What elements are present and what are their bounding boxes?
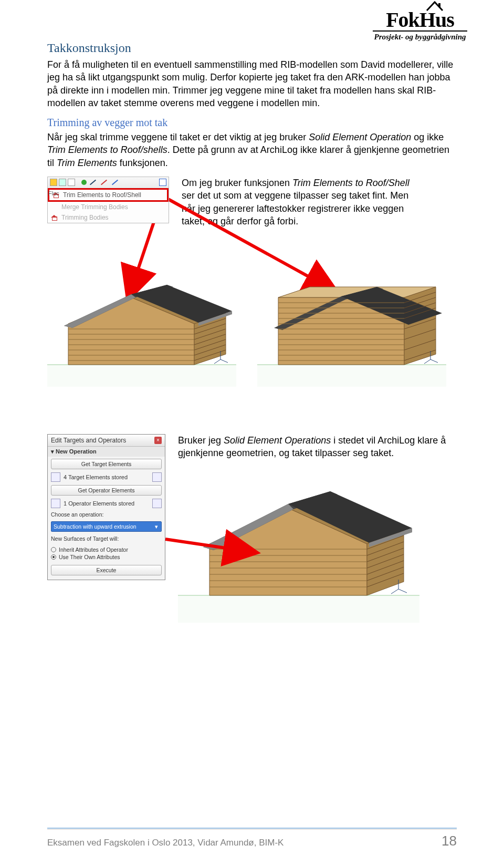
target-icon bbox=[51, 472, 60, 482]
heading-trimming: Trimming av vegger mot tak bbox=[47, 117, 457, 129]
merge-icon bbox=[51, 203, 58, 211]
close-icon[interactable]: × bbox=[154, 437, 162, 444]
house-render-solid-op bbox=[178, 470, 419, 623]
para-side-1: Om jeg bruker funksjonen Trim Elements t… bbox=[182, 177, 423, 228]
menu-item-label: Trimming Bodies bbox=[61, 214, 109, 221]
page-footer: Eksamen ved Fagskolen i Oslo 2013, Vidar… bbox=[47, 828, 457, 849]
svg-line-21 bbox=[214, 359, 220, 364]
svg-line-65 bbox=[398, 589, 407, 593]
figure-group-1: Trim Elements to Roof/Shell Merge Trimmi… bbox=[47, 177, 457, 397]
target-status-row: 4 Target Elements stored bbox=[48, 471, 165, 483]
dialog-title-text: Edit Targets and Operators bbox=[51, 437, 126, 444]
para-takkonstruksjon: For å få muligheten til en eventuell sam… bbox=[47, 58, 457, 109]
house-render-untrimmed bbox=[257, 266, 446, 387]
house-roof-icon bbox=[426, 0, 444, 12]
menu-item-label: Trim Elements to Roof/Shell bbox=[63, 191, 141, 199]
footer-text: Eksamen ved Fagskolen i Oslo 2013, Vidar… bbox=[47, 838, 284, 848]
svg-rect-3 bbox=[47, 365, 236, 387]
operator-status-row: 1 Operator Elements stored bbox=[48, 498, 165, 509]
menu-item-merge-bodies[interactable]: Merge Trimming Bodies bbox=[48, 202, 169, 212]
svg-line-46 bbox=[424, 359, 430, 364]
menu-item-trimming-bodies[interactable]: Trimming Bodies bbox=[48, 212, 169, 223]
get-operator-button[interactable]: Get Operator Elements bbox=[51, 485, 162, 496]
para-trimming: Når jeg skal trimme veggene til taket er… bbox=[47, 131, 457, 169]
operation-select[interactable]: Subtraction with upward extrusion bbox=[51, 521, 162, 532]
menu-toolbar bbox=[48, 177, 169, 188]
menu-item-trim-to-roof[interactable]: Trim Elements to Roof/Shell bbox=[48, 188, 169, 202]
choose-operation-label: Choose an operation: bbox=[48, 509, 165, 520]
solid-operations-dialog: Edit Targets and Operators × ▾ New Opera… bbox=[47, 434, 165, 580]
radio-own[interactable]: Use Their Own Attributes bbox=[51, 553, 162, 561]
brand-logo: FokHus Prosjekt- og byggrådgivning bbox=[373, 9, 467, 42]
surfaces-label: New Surfaces of Target will: bbox=[48, 533, 165, 544]
operation-selected-text: Subtraction with upward extrusion bbox=[54, 523, 136, 530]
radio-inherit[interactable]: Inherit Attributes of Operator bbox=[51, 546, 162, 553]
svg-rect-48 bbox=[178, 595, 419, 623]
operator-status-text: 1 Operator Elements stored bbox=[64, 500, 149, 507]
dialog-titlebar: Edit Targets and Operators × bbox=[48, 435, 165, 447]
svg-line-20 bbox=[220, 359, 228, 363]
logo-subtitle: Prosjekt- og byggrådgivning bbox=[373, 30, 467, 42]
logo-text: FokHus bbox=[386, 8, 454, 32]
page-number: 18 bbox=[442, 833, 457, 849]
heading-takkonstruksjon: Takkonstruksjon bbox=[47, 41, 457, 55]
menu-item-label: Merge Trimming Bodies bbox=[61, 203, 128, 211]
house-render-trimmed bbox=[47, 266, 236, 387]
svg-line-45 bbox=[430, 359, 438, 363]
roof-icon bbox=[51, 214, 58, 221]
operator-icon bbox=[51, 499, 60, 508]
para-side-2: Bruker jeg Solid Element Operations i st… bbox=[178, 434, 457, 460]
dialog-section-new-operation: ▾ New Operation bbox=[48, 447, 165, 457]
get-target-button[interactable]: Get Target Elements bbox=[51, 459, 162, 469]
floor-label: Floc bbox=[48, 190, 59, 197]
store-icon[interactable] bbox=[152, 472, 162, 482]
target-status-text: 4 Target Elements stored bbox=[64, 474, 149, 480]
figure-group-2: Edit Targets and Operators × ▾ New Opera… bbox=[47, 434, 457, 639]
context-menu-screenshot: Trim Elements to Roof/Shell Merge Trimmi… bbox=[47, 177, 169, 223]
svg-rect-22 bbox=[257, 365, 446, 387]
execute-button[interactable]: Execute bbox=[51, 565, 162, 575]
svg-line-66 bbox=[391, 589, 398, 594]
store-icon[interactable] bbox=[152, 499, 162, 508]
svg-rect-0 bbox=[438, 3, 440, 7]
